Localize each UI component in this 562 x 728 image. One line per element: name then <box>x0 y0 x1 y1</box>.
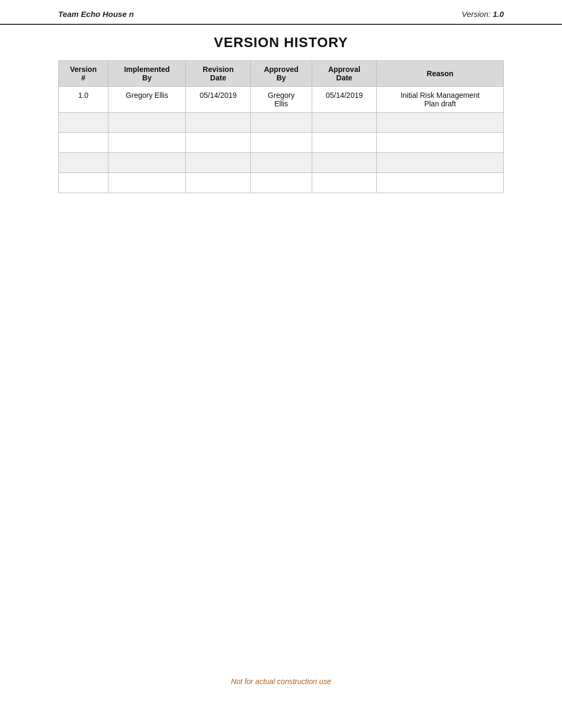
table-cell <box>377 173 504 193</box>
table-cell <box>251 153 312 173</box>
table-cell <box>377 153 504 173</box>
main-content: VERSION HISTORY Version# ImplementedBy R… <box>0 34 562 193</box>
table-cell <box>59 133 108 153</box>
table-cell <box>186 173 251 193</box>
table-header-row: Version# ImplementedBy RevisionDate Appr… <box>59 61 504 87</box>
table-cell <box>312 133 377 153</box>
table-cell <box>251 113 312 133</box>
table-cell <box>108 133 186 153</box>
table-cell: 1.0 <box>59 87 108 113</box>
col-header-revision-date: RevisionDate <box>186 61 251 87</box>
table-row <box>59 113 504 133</box>
version-info: Version: 1.0 <box>461 10 504 19</box>
table-row: 1.0Gregory Ellis05/14/2019GregoryEllis05… <box>59 87 504 113</box>
table-cell: 05/14/2019 <box>186 87 251 113</box>
footer-disclaimer: Not for actual construction use <box>0 677 562 686</box>
table-cell: 05/14/2019 <box>312 87 377 113</box>
table-cell <box>108 173 186 193</box>
table-row <box>59 173 504 193</box>
table-cell <box>312 153 377 173</box>
col-header-approval-date: ApprovalDate <box>312 61 377 87</box>
version-value: 1.0 <box>493 10 504 19</box>
project-name: Team Echo House n <box>58 10 134 19</box>
col-header-approved-by: ApprovedBy <box>251 61 312 87</box>
table-cell <box>59 113 108 133</box>
table-cell <box>312 113 377 133</box>
table-cell: GregoryEllis <box>251 87 312 113</box>
version-history-table: Version# ImplementedBy RevisionDate Appr… <box>58 60 504 193</box>
table-cell <box>186 153 251 173</box>
table-row <box>59 133 504 153</box>
col-header-reason: Reason <box>377 61 504 87</box>
table-cell <box>59 173 108 193</box>
table-cell: Initial Risk ManagementPlan draft <box>377 87 504 113</box>
table-cell: Gregory Ellis <box>108 87 186 113</box>
table-cell <box>108 153 186 173</box>
table-cell <box>186 133 251 153</box>
table-row <box>59 153 504 173</box>
page-title: VERSION HISTORY <box>58 34 504 51</box>
table-cell <box>312 173 377 193</box>
table-cell <box>377 113 504 133</box>
table-cell <box>377 133 504 153</box>
col-header-version: Version# <box>59 61 108 87</box>
table-cell <box>108 113 186 133</box>
table-cell <box>251 133 312 153</box>
version-label: Version: <box>461 10 490 19</box>
table-cell <box>251 173 312 193</box>
col-header-implemented-by: ImplementedBy <box>108 61 186 87</box>
page-header: Team Echo House n Version: 1.0 <box>0 0 562 25</box>
table-cell <box>59 153 108 173</box>
table-cell <box>186 113 251 133</box>
